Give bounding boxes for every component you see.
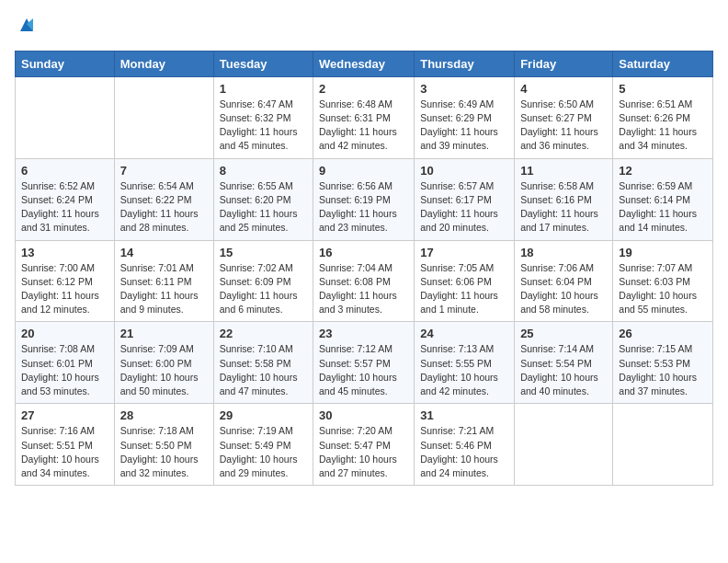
- day-info: Sunrise: 7:16 AMSunset: 5:51 PMDaylight:…: [21, 424, 108, 480]
- calendar-header-saturday: Saturday: [613, 51, 713, 76]
- calendar-cell: 8Sunrise: 6:55 AMSunset: 6:20 PMDaylight…: [213, 158, 313, 240]
- day-info: Sunrise: 6:49 AMSunset: 6:29 PMDaylight:…: [420, 98, 508, 154]
- day-info: Sunrise: 7:06 AMSunset: 6:04 PMDaylight:…: [520, 261, 607, 317]
- day-info: Sunrise: 6:57 AMSunset: 6:17 PMDaylight:…: [420, 179, 508, 236]
- day-number: 31: [420, 408, 508, 422]
- day-number: 26: [619, 327, 707, 340]
- day-number: 22: [220, 327, 307, 340]
- day-number: 29: [220, 408, 307, 422]
- day-info: Sunrise: 6:47 AMSunset: 6:32 PMDaylight:…: [220, 98, 307, 154]
- calendar-cell: 18Sunrise: 7:06 AMSunset: 6:04 PMDayligh…: [515, 240, 613, 322]
- day-number: 19: [619, 246, 707, 259]
- calendar-header-wednesday: Wednesday: [313, 51, 415, 76]
- day-number: 15: [220, 246, 307, 259]
- day-info: Sunrise: 6:48 AMSunset: 6:31 PMDaylight:…: [319, 98, 408, 154]
- calendar-cell: 15Sunrise: 7:02 AMSunset: 6:09 PMDayligh…: [213, 240, 313, 322]
- calendar-cell: 28Sunrise: 7:18 AMSunset: 5:50 PMDayligh…: [114, 404, 213, 486]
- calendar-cell: 29Sunrise: 7:19 AMSunset: 5:49 PMDayligh…: [213, 404, 313, 486]
- day-number: 9: [319, 164, 408, 178]
- day-info: Sunrise: 7:07 AMSunset: 6:03 PMDaylight:…: [619, 261, 707, 317]
- calendar-cell: 14Sunrise: 7:01 AMSunset: 6:11 PMDayligh…: [114, 240, 213, 322]
- day-number: 14: [120, 246, 208, 259]
- day-number: 3: [420, 82, 508, 96]
- logo-icon: [17, 15, 37, 35]
- day-info: Sunrise: 7:02 AMSunset: 6:09 PMDaylight:…: [220, 261, 307, 317]
- day-info: Sunrise: 6:51 AMSunset: 6:26 PMDaylight:…: [619, 98, 707, 154]
- day-number: 21: [120, 327, 208, 340]
- page-header: [15, 15, 713, 40]
- day-number: 27: [21, 408, 108, 422]
- calendar-cell: 24Sunrise: 7:13 AMSunset: 5:55 PMDayligh…: [415, 322, 515, 404]
- day-info: Sunrise: 7:14 AMSunset: 5:54 PMDaylight:…: [520, 342, 607, 398]
- day-number: 13: [21, 246, 108, 259]
- calendar-header-sunday: Sunday: [16, 51, 115, 76]
- calendar-header-row: SundayMondayTuesdayWednesdayThursdayFrid…: [16, 51, 713, 76]
- calendar-cell: 16Sunrise: 7:04 AMSunset: 6:08 PMDayligh…: [313, 240, 415, 322]
- day-info: Sunrise: 7:01 AMSunset: 6:11 PMDaylight:…: [120, 261, 208, 317]
- calendar-body: 1Sunrise: 6:47 AMSunset: 6:32 PMDaylight…: [16, 76, 713, 485]
- calendar-cell: 22Sunrise: 7:10 AMSunset: 5:58 PMDayligh…: [213, 322, 313, 404]
- day-number: 23: [319, 327, 408, 340]
- logo: [15, 15, 37, 40]
- calendar-cell: 7Sunrise: 6:54 AMSunset: 6:22 PMDaylight…: [114, 158, 213, 240]
- day-number: 8: [220, 164, 307, 178]
- day-number: 18: [520, 246, 607, 259]
- calendar-table: SundayMondayTuesdayWednesdayThursdayFrid…: [15, 51, 713, 486]
- day-info: Sunrise: 7:15 AMSunset: 5:53 PMDaylight:…: [619, 342, 707, 398]
- calendar-header-thursday: Thursday: [415, 51, 515, 76]
- day-info: Sunrise: 7:19 AMSunset: 5:49 PMDaylight:…: [220, 424, 307, 480]
- day-number: 2: [319, 82, 408, 96]
- day-number: 12: [619, 164, 707, 178]
- day-info: Sunrise: 6:58 AMSunset: 6:16 PMDaylight:…: [520, 179, 607, 236]
- calendar-cell: 3Sunrise: 6:49 AMSunset: 6:29 PMDaylight…: [415, 76, 515, 158]
- calendar-cell: 27Sunrise: 7:16 AMSunset: 5:51 PMDayligh…: [16, 404, 115, 486]
- day-number: 16: [319, 246, 408, 259]
- day-info: Sunrise: 6:55 AMSunset: 6:20 PMDaylight:…: [220, 179, 307, 236]
- day-number: 6: [21, 164, 108, 178]
- day-number: 30: [319, 408, 408, 422]
- day-number: 11: [520, 164, 607, 178]
- calendar-cell: 19Sunrise: 7:07 AMSunset: 6:03 PMDayligh…: [613, 240, 713, 322]
- day-info: Sunrise: 7:13 AMSunset: 5:55 PMDaylight:…: [420, 342, 508, 398]
- day-info: Sunrise: 7:09 AMSunset: 6:00 PMDaylight:…: [120, 342, 208, 398]
- calendar-cell: 6Sunrise: 6:52 AMSunset: 6:24 PMDaylight…: [16, 158, 115, 240]
- calendar-cell: 9Sunrise: 6:56 AMSunset: 6:19 PMDaylight…: [313, 158, 415, 240]
- calendar-cell: 26Sunrise: 7:15 AMSunset: 5:53 PMDayligh…: [613, 322, 713, 404]
- day-info: Sunrise: 6:54 AMSunset: 6:22 PMDaylight:…: [120, 179, 208, 236]
- day-number: 7: [120, 164, 208, 178]
- calendar-cell: [515, 404, 613, 486]
- calendar-cell: 1Sunrise: 6:47 AMSunset: 6:32 PMDaylight…: [213, 76, 313, 158]
- calendar-cell: [16, 76, 115, 158]
- calendar-cell: 4Sunrise: 6:50 AMSunset: 6:27 PMDaylight…: [515, 76, 613, 158]
- calendar-week-row: 27Sunrise: 7:16 AMSunset: 5:51 PMDayligh…: [16, 404, 713, 486]
- calendar-header-monday: Monday: [114, 51, 213, 76]
- calendar-cell: 2Sunrise: 6:48 AMSunset: 6:31 PMDaylight…: [313, 76, 415, 158]
- calendar-cell: 31Sunrise: 7:21 AMSunset: 5:46 PMDayligh…: [415, 404, 515, 486]
- calendar-cell: 17Sunrise: 7:05 AMSunset: 6:06 PMDayligh…: [415, 240, 515, 322]
- day-info: Sunrise: 7:04 AMSunset: 6:08 PMDaylight:…: [319, 261, 408, 317]
- day-number: 24: [420, 327, 508, 340]
- calendar-week-row: 1Sunrise: 6:47 AMSunset: 6:32 PMDaylight…: [16, 76, 713, 158]
- day-info: Sunrise: 7:00 AMSunset: 6:12 PMDaylight:…: [21, 261, 108, 317]
- calendar-week-row: 20Sunrise: 7:08 AMSunset: 6:01 PMDayligh…: [16, 322, 713, 404]
- day-number: 20: [21, 327, 108, 340]
- day-info: Sunrise: 7:10 AMSunset: 5:58 PMDaylight:…: [220, 342, 307, 398]
- calendar-header-tuesday: Tuesday: [213, 51, 313, 76]
- calendar-cell: 21Sunrise: 7:09 AMSunset: 6:00 PMDayligh…: [114, 322, 213, 404]
- calendar-cell: [613, 404, 713, 486]
- day-info: Sunrise: 7:08 AMSunset: 6:01 PMDaylight:…: [21, 342, 108, 398]
- calendar-week-row: 13Sunrise: 7:00 AMSunset: 6:12 PMDayligh…: [16, 240, 713, 322]
- calendar-cell: 25Sunrise: 7:14 AMSunset: 5:54 PMDayligh…: [515, 322, 613, 404]
- calendar-cell: 11Sunrise: 6:58 AMSunset: 6:16 PMDayligh…: [515, 158, 613, 240]
- day-number: 1: [220, 82, 307, 96]
- calendar-cell: [114, 76, 213, 158]
- calendar-cell: 30Sunrise: 7:20 AMSunset: 5:47 PMDayligh…: [313, 404, 415, 486]
- day-info: Sunrise: 7:12 AMSunset: 5:57 PMDaylight:…: [319, 342, 408, 398]
- day-number: 10: [420, 164, 508, 178]
- calendar-cell: 5Sunrise: 6:51 AMSunset: 6:26 PMDaylight…: [613, 76, 713, 158]
- day-number: 5: [619, 82, 707, 96]
- calendar-cell: 13Sunrise: 7:00 AMSunset: 6:12 PMDayligh…: [16, 240, 115, 322]
- calendar-cell: 23Sunrise: 7:12 AMSunset: 5:57 PMDayligh…: [313, 322, 415, 404]
- calendar-week-row: 6Sunrise: 6:52 AMSunset: 6:24 PMDaylight…: [16, 158, 713, 240]
- day-info: Sunrise: 6:59 AMSunset: 6:14 PMDaylight:…: [619, 179, 707, 236]
